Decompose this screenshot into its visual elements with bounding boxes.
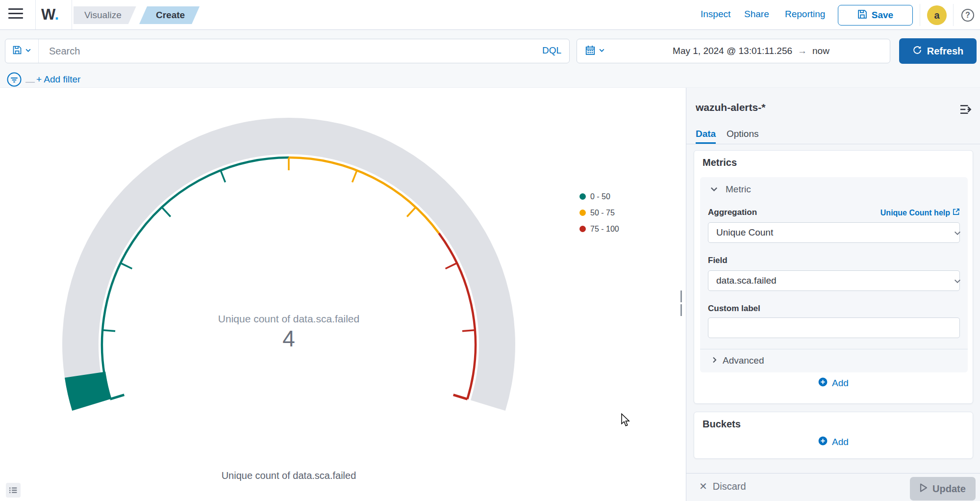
query-language-button[interactable]: DQL xyxy=(542,45,561,56)
gauge-tick xyxy=(162,207,171,216)
visualization-editor-panel: wazuh-alerts-* Data Options Metrics Metr… xyxy=(686,88,980,501)
breadcrumb-visualize[interactable]: Visualize xyxy=(74,6,136,24)
field-label: Field xyxy=(708,256,728,265)
saved-query-menu-button[interactable] xyxy=(5,39,39,63)
collapse-panel-icon[interactable] xyxy=(959,104,973,115)
aggregation-label: Aggregation xyxy=(708,208,757,217)
gauge-tick xyxy=(462,330,475,331)
query-bar-section: DQL May 1, 2024 @ 13:01:11.256 → now Re xyxy=(0,30,980,88)
top-navigation-bar: W. Visualize Create Inspect Share Report… xyxy=(0,0,980,30)
add-filter-button[interactable]: + Add filter xyxy=(36,74,80,85)
external-link-icon xyxy=(953,208,960,217)
tab-options[interactable]: Options xyxy=(727,129,758,139)
advanced-accordion-header[interactable]: Advanced xyxy=(700,349,968,372)
legend-item[interactable]: 0 - 50 xyxy=(579,188,619,205)
wazuh-logo[interactable]: W. xyxy=(41,6,59,24)
wazuh-visualize-app: W. Visualize Create Inspect Share Report… xyxy=(0,0,980,501)
gauge-visualization: Unique count of data.sca.failed 4 0 - 50… xyxy=(0,88,684,501)
aggregation-help-link[interactable]: Unique Count help xyxy=(880,208,960,217)
arrow-right-icon: → xyxy=(798,46,807,56)
search-box: DQL xyxy=(5,39,570,63)
legend-toggle-icon[interactable] xyxy=(6,483,21,498)
metric-accordion-header[interactable]: Metric xyxy=(700,177,968,201)
gauge-tick xyxy=(121,263,132,268)
metric-accordion-label: Metric xyxy=(726,184,751,195)
gauge-tick xyxy=(407,207,416,216)
refresh-button[interactable]: Refresh xyxy=(899,38,977,64)
reporting-link[interactable]: Reporting xyxy=(785,9,825,20)
help-icon[interactable]: ? xyxy=(961,9,974,22)
gauge-tick xyxy=(453,395,468,399)
saved-query-icon xyxy=(12,45,22,57)
editor-footer: ✕ Discard Update xyxy=(686,473,980,501)
legend-item[interactable]: 50 - 75 xyxy=(579,205,619,221)
chevron-down-icon xyxy=(25,47,31,55)
refresh-icon xyxy=(912,45,922,57)
advanced-label: Advanced xyxy=(723,355,764,366)
legend-label: 0 - 50 xyxy=(590,192,610,201)
gauge-axis-label: Unique count of data.sca.failed xyxy=(0,470,578,481)
avatar[interactable]: a xyxy=(927,5,947,25)
search-input[interactable] xyxy=(39,39,534,63)
add-bucket-button[interactable]: Add xyxy=(694,436,973,448)
gauge-tick xyxy=(110,395,125,399)
discard-button[interactable]: ✕ Discard xyxy=(699,480,746,492)
menu-icon[interactable] xyxy=(8,8,23,21)
legend-label: 50 - 75 xyxy=(590,209,615,217)
share-link[interactable]: Share xyxy=(744,9,769,20)
metric-accordion: Metric Aggregation Unique Count help Uni… xyxy=(700,177,968,372)
date-range-display[interactable]: May 1, 2024 @ 13:01:11.256 → now xyxy=(612,46,890,56)
chevron-down-icon xyxy=(599,47,605,55)
gauge-tick xyxy=(102,330,115,331)
divider xyxy=(35,0,36,29)
buckets-card: Buckets Add xyxy=(694,412,973,459)
metrics-title: Metrics xyxy=(703,157,737,168)
legend-swatch xyxy=(579,226,586,232)
plus-circle-icon xyxy=(818,436,828,448)
aggregation-select[interactable]: Unique Count xyxy=(708,222,960,243)
chevron-down-icon xyxy=(710,185,718,195)
index-pattern-title: wazuh-alerts-* xyxy=(696,102,765,113)
legend-item[interactable]: 75 - 100 xyxy=(579,221,619,237)
gauge-chart: Unique count of data.sca.failed 4 xyxy=(0,88,684,501)
gauge-center-value: 4 xyxy=(282,326,295,351)
close-icon: ✕ xyxy=(699,480,707,492)
metrics-card: Metrics Metric Aggregation Unique Count … xyxy=(694,150,973,404)
calendar-icon xyxy=(585,45,596,57)
gauge-tick xyxy=(352,170,357,182)
play-icon xyxy=(920,483,928,495)
legend-swatch xyxy=(579,193,586,200)
date-range-start: May 1, 2024 @ 13:01:11.256 xyxy=(673,46,792,56)
gauge-center-label: Unique count of data.sca.failed xyxy=(218,313,359,324)
custom-label-label: Custom label xyxy=(708,304,760,314)
save-button[interactable]: Save xyxy=(838,5,913,26)
chevron-right-icon xyxy=(711,356,718,366)
divider xyxy=(953,4,954,26)
divider xyxy=(920,4,920,26)
date-range-end: now xyxy=(812,46,829,56)
panel-resizer-handle[interactable] xyxy=(680,290,685,302)
buckets-title: Buckets xyxy=(703,419,741,430)
gauge-legend: 0 - 5050 - 7575 - 100 xyxy=(579,188,619,237)
divider xyxy=(72,0,72,29)
gauge-tick xyxy=(221,170,225,182)
custom-label-input[interactable] xyxy=(708,317,960,338)
save-icon xyxy=(857,9,867,22)
field-select[interactable]: data.sca.failed xyxy=(708,270,960,291)
inspect-link[interactable]: Inspect xyxy=(701,9,730,20)
legend-swatch xyxy=(579,210,586,216)
tab-data[interactable]: Data xyxy=(696,129,716,139)
pinned-filter-dash: — xyxy=(25,76,35,87)
gauge-tick xyxy=(446,263,457,268)
update-button[interactable]: Update xyxy=(910,477,976,501)
date-quick-select-button[interactable] xyxy=(577,39,612,63)
add-metric-button[interactable]: Add xyxy=(694,377,973,389)
breadcrumb-create[interactable]: Create xyxy=(139,6,200,24)
divider xyxy=(686,144,980,144)
filter-menu-icon[interactable] xyxy=(6,72,22,87)
legend-label: 75 - 100 xyxy=(590,225,619,234)
date-picker: May 1, 2024 @ 13:01:11.256 → now xyxy=(577,39,890,63)
plus-circle-icon xyxy=(818,377,828,389)
